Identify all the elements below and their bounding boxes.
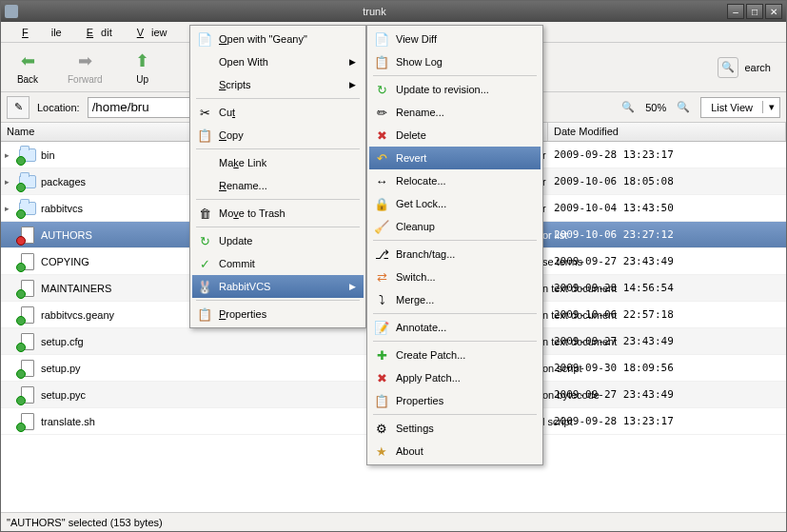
file-date: 2009-09-27 23:43:49 [548, 335, 786, 347]
menu-view-diff[interactable]: 📄View Diff [369, 28, 541, 50]
separator [373, 240, 537, 241]
menu-settings[interactable]: ⚙Settings [369, 417, 541, 440]
pencil-icon: ✎ [14, 101, 23, 113]
lock-icon: 🔒 [373, 195, 390, 212]
menu-rabbitvcs[interactable]: 🐰RabbitVCS▶ [192, 275, 364, 298]
separator [196, 98, 360, 99]
file-name: setup.py [41, 363, 81, 374]
menu-update-revision[interactable]: ↻Update to revision... [369, 78, 541, 101]
menu-file[interactable]: File [7, 25, 69, 40]
menu-scripts[interactable]: Scripts▶ [192, 73, 364, 96]
trash-icon: 🗑 [196, 205, 213, 222]
separator [196, 148, 360, 149]
menu-delete[interactable]: ✖Delete [369, 124, 541, 147]
rabbitvcs-submenu: 📄View Diff 📋Show Log ↻Update to revision… [366, 25, 543, 465]
menu-properties[interactable]: 📋Properties [192, 303, 364, 325]
delete-icon: ✖ [373, 127, 390, 144]
pencil-icon: ✏ [373, 104, 390, 121]
folder-icon [18, 173, 37, 190]
menu-apply-patch[interactable]: ✖Apply Patch... [369, 366, 541, 389]
menu-switch[interactable]: ⇄Switch... [369, 266, 541, 288]
search-label: earch [744, 62, 780, 73]
menu-merge[interactable]: ⤵Merge... [369, 288, 541, 311]
menu-view[interactable]: View [122, 25, 175, 40]
menu-open-with[interactable]: Open With▶ [192, 50, 364, 73]
menu-cleanup[interactable]: 🧹Cleanup [369, 215, 541, 238]
menu-branch-tag[interactable]: ⎇Branch/tag... [369, 243, 541, 266]
file-name: packages [41, 176, 86, 187]
menu-edit[interactable]: Edit [71, 25, 120, 40]
separator [196, 199, 360, 200]
chevron-down-icon[interactable]: ▾ [762, 101, 779, 113]
file-date: 2009-09-28 14:56:54 [548, 282, 786, 294]
file-date: 2009-09-30 18:09:56 [548, 362, 786, 374]
file-name: AUTHORS [41, 229, 92, 241]
broom-icon: 🧹 [373, 218, 390, 235]
menu-create-patch[interactable]: ✚Create Patch... [369, 344, 541, 366]
expand-icon[interactable]: ▸ [5, 150, 14, 160]
file-date: 2009-09-27 23:43:49 [548, 388, 786, 401]
chevron-right-icon: ▶ [349, 57, 356, 67]
properties-icon: 📋 [373, 392, 390, 409]
zoom-out-button[interactable]: 🔍 [619, 98, 638, 117]
zoom-in-button[interactable]: 🔍 [674, 98, 693, 117]
file-date: 2009-10-06 22:57:18 [548, 308, 786, 321]
expand-icon[interactable]: ▸ [5, 204, 14, 213]
separator [373, 414, 537, 415]
commit-icon: ✓ [196, 255, 213, 272]
log-icon: 📋 [373, 53, 390, 70]
window-title: trunk [24, 6, 725, 17]
maximize-button[interactable]: □ [746, 4, 763, 19]
file-icon [18, 333, 37, 350]
gear-icon: ⚙ [373, 420, 390, 437]
menu-vcs-properties[interactable]: 📋Properties [369, 389, 541, 412]
menu-make-link[interactable]: Make Link [192, 151, 364, 174]
menu-rename-vcs[interactable]: ✏Rename... [369, 101, 541, 124]
up-button[interactable]: ⬆Up [122, 48, 164, 87]
edit-location-button[interactable]: ✎ [7, 96, 30, 119]
zoom-in-icon: 🔍 [677, 101, 690, 113]
statusbar: "AUTHORS" selected (153 bytes) [1, 512, 786, 531]
star-icon: ★ [373, 443, 390, 460]
file-name: rabbitvcs [41, 203, 83, 214]
file-icon [18, 413, 37, 430]
switch-icon: ⇄ [373, 268, 390, 286]
properties-icon: 📋 [196, 305, 213, 323]
menu-copy[interactable]: 📋Copy [192, 124, 364, 147]
file-date: 2009-09-27 23:43:49 [548, 255, 786, 267]
menu-annotate[interactable]: 📝Annotate... [369, 316, 541, 339]
menu-revert[interactable]: ↶Revert [369, 147, 541, 169]
file-name: MAINTAINERS [41, 283, 111, 294]
menu-commit[interactable]: ✓Commit [192, 252, 364, 275]
menu-move-trash[interactable]: 🗑Move to Trash [192, 202, 364, 225]
separator [373, 341, 537, 342]
chevron-right-icon: ▶ [349, 282, 356, 291]
search-icon: 🔍 [721, 61, 735, 73]
menu-cut[interactable]: ✂Cut [192, 101, 364, 124]
scissors-icon: ✂ [196, 104, 213, 121]
close-button[interactable]: ✕ [765, 4, 782, 19]
menu-rename[interactable]: Rename... [192, 174, 364, 197]
expand-icon[interactable]: ▸ [5, 177, 14, 187]
minimize-button[interactable]: – [727, 4, 744, 19]
header-date[interactable]: Date Modified [548, 123, 786, 141]
menu-open-with-geany[interactable]: 📄Open with "Geany" [192, 28, 364, 50]
menu-show-log[interactable]: 📋Show Log [369, 50, 541, 73]
file-name: bin [41, 149, 55, 161]
menu-get-lock[interactable]: 🔒Get Lock... [369, 192, 541, 215]
search-icon-button[interactable]: 🔍 [718, 57, 738, 78]
file-icon [18, 227, 37, 244]
refresh-icon: ↻ [196, 232, 213, 249]
view-mode-select[interactable]: List View ▾ [700, 97, 780, 118]
titlebar[interactable]: trunk – □ ✕ [1, 1, 786, 22]
file-name: COPYING [41, 256, 89, 267]
zoom-out-icon: 🔍 [621, 101, 635, 113]
menu-relocate[interactable]: ↔Relocate... [369, 169, 541, 192]
file-name: setup.pyc [41, 389, 86, 401]
menu-update[interactable]: ↻Update [192, 229, 364, 252]
zoom-percent: 50% [645, 102, 666, 113]
back-button[interactable]: ⬅Back [7, 48, 49, 87]
annotate-icon: 📝 [373, 319, 390, 336]
file-icon [18, 386, 37, 404]
menu-about[interactable]: ★About [369, 440, 541, 463]
